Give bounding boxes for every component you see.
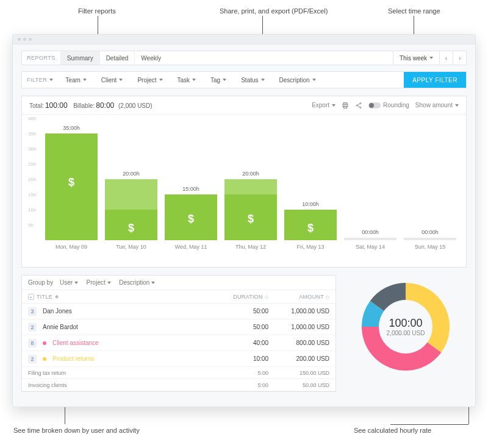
table-card: Group by User Project Description ⌄ TITL… [21, 275, 336, 392]
filter-tag[interactable]: Tag [203, 72, 234, 88]
row-name: Client assistance [52, 340, 99, 346]
y-tick: 30h [28, 146, 36, 152]
project-color-icon [43, 357, 46, 361]
expand-all-icon[interactable]: ⌄ [28, 294, 34, 300]
col-title[interactable]: ⌄ TITLE◆ [28, 294, 220, 300]
bar-billable: $ [45, 133, 98, 240]
groupby-label: Group by [28, 279, 53, 286]
apply-filter-button[interactable]: APPLY FILTER [404, 72, 466, 88]
donut-time: 100:00 [387, 317, 425, 330]
table-row[interactable]: 3Dan Jones50:001,000.00 USD [22, 304, 336, 319]
row-amount: 800.00 USD [268, 340, 329, 346]
x-axis-labels: Mon, May 09Tue, May 10Wed, May 11Thu, Ma… [41, 240, 460, 250]
table-row[interactable]: 8Client assistance40:00800.00 USD [22, 335, 336, 351]
count-badge: 3 [28, 307, 37, 316]
tab-summary[interactable]: Summary [60, 51, 99, 65]
export-menu[interactable]: Export [312, 102, 336, 108]
svg-point-5 [360, 107, 361, 108]
chevron-down-icon [192, 79, 196, 81]
sort-icon: ◇ [326, 294, 329, 300]
prev-range-button[interactable]: ‹ [439, 51, 453, 65]
tab-detailed[interactable]: Detailed [99, 51, 135, 65]
y-tick: 35h [28, 131, 36, 137]
row-amount: 150.00 USD [268, 370, 329, 376]
row-amount: 1,000.00 USD [268, 308, 329, 315]
row-name: Invoicing clients [28, 382, 67, 388]
chart-header: Total:100:00 Billable:80:00 (2,000 USD) … [22, 96, 466, 115]
dollar-icon: $ [248, 213, 254, 226]
row-duration: 50:00 [220, 308, 268, 315]
row-title: Filing tax return [28, 370, 220, 376]
row-title: 2Product returns [28, 355, 220, 363]
donut-center: 100:00 2,000.00 USD [387, 317, 425, 336]
rounding-toggle[interactable]: Rounding [368, 102, 409, 108]
chart-card: Total:100:00 Billable:80:00 (2,000 USD) … [21, 96, 467, 268]
x-tick: Mon, May 09 [41, 240, 101, 250]
share-icon[interactable] [355, 102, 362, 109]
y-tick: 20h [28, 177, 36, 182]
row-title: 3Dan Jones [28, 307, 220, 316]
time-range-label: This week [400, 55, 427, 62]
row-duration: 5:00 [220, 382, 268, 388]
groupby-project[interactable]: Project [87, 279, 111, 286]
empty-bar [404, 238, 456, 240]
table-row[interactable]: 2Product returns10:00200.00 USD [22, 351, 336, 367]
table-row[interactable]: 2Annie Bardot50:001,000.00 USD [22, 319, 336, 335]
filter-description[interactable]: Description [272, 72, 323, 88]
empty-bar [344, 238, 396, 240]
annot-range: Select time range [388, 7, 440, 15]
row-duration: 10:00 [220, 355, 268, 362]
col-amount[interactable]: AMOUNT ◇ [268, 294, 329, 300]
row-title: 8Client assistance [28, 339, 220, 347]
chevron-down-icon [312, 79, 316, 81]
count-badge: 8 [28, 339, 37, 347]
table-row[interactable]: Filing tax return5:00150.00 USD [22, 367, 336, 379]
row-duration: 5:00 [220, 370, 268, 376]
filter-status[interactable]: Status [234, 72, 271, 88]
filter-client[interactable]: Client [94, 72, 131, 88]
time-range-select[interactable]: This week [393, 51, 439, 65]
bar-billable: $ [224, 194, 277, 240]
chevron-down-icon [83, 79, 87, 81]
bar-column: 00:00h [340, 118, 400, 240]
annot-filter: Filter reports [78, 7, 116, 15]
filter-project[interactable]: Project [130, 72, 170, 88]
chart-actions: Export Rounding Show amount [312, 102, 459, 109]
groupby-description[interactable]: Description [119, 279, 155, 286]
dollar-icon: $ [68, 176, 74, 189]
annot-rate: See calculated hourly rate [354, 427, 431, 434]
filter-task[interactable]: Task [170, 72, 204, 88]
groupby-user[interactable]: User [60, 279, 78, 286]
table-row[interactable]: Invoicing clients5:0050.00 USD [22, 379, 336, 391]
svg-point-3 [360, 102, 361, 104]
tab-weekly[interactable]: Weekly [134, 51, 167, 65]
bar-value-label: 20:00h [242, 171, 259, 177]
chevron-down-icon [429, 57, 433, 59]
row-amount: 200.00 USD [268, 355, 329, 362]
print-icon[interactable] [342, 102, 349, 109]
donut-amount: 2,000.00 USD [387, 330, 425, 336]
filter-team[interactable]: Team [58, 72, 93, 88]
filter-bar: FILTER Team Client Project Task Tag Stat… [21, 71, 467, 88]
bar-billable: $ [284, 210, 337, 240]
row-title: 2Annie Bardot [28, 323, 220, 332]
bar-value-label: 35:00h [63, 125, 80, 131]
bar-value-label: 10:00h [302, 201, 319, 207]
bottom-row: Group by User Project Description ⌄ TITL… [21, 275, 467, 392]
bar-column: $15:00h [161, 118, 221, 240]
chevron-down-icon [455, 104, 459, 107]
chevron-down-icon [151, 282, 155, 284]
chevron-down-icon [159, 79, 163, 81]
col-duration[interactable]: DURATION ◇ [220, 294, 268, 300]
bar-value-label: 20:00h [123, 171, 140, 177]
bar-column: $20:00h [221, 118, 281, 240]
table-columns: ⌄ TITLE◆ DURATION ◇ AMOUNT ◇ [22, 290, 336, 304]
filter-label: FILTER [22, 72, 58, 88]
annot-line [390, 424, 468, 425]
row-duration: 40:00 [220, 340, 268, 346]
next-range-button[interactable]: › [453, 51, 466, 65]
show-amount-menu[interactable]: Show amount [415, 102, 459, 108]
donut-card: 100:00 2,000.00 USD [345, 275, 467, 392]
bar-value-label: 00:00h [422, 229, 439, 235]
bar-billable: $ [105, 210, 157, 240]
